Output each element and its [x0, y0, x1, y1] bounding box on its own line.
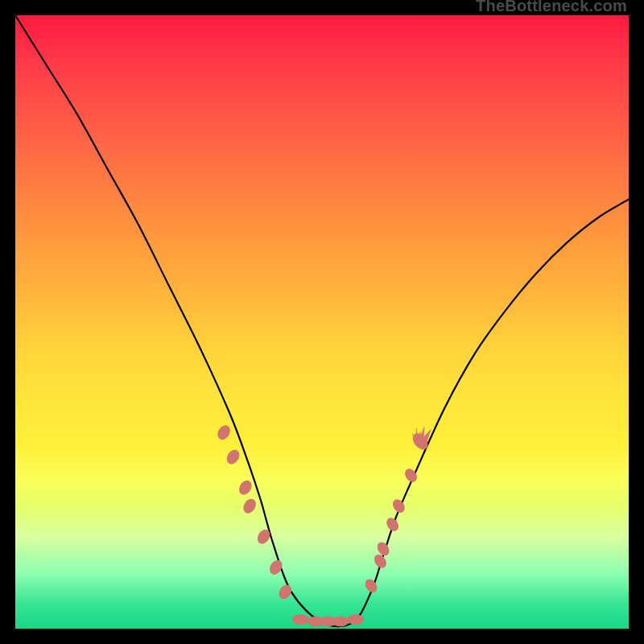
- svg-point-12: [363, 577, 379, 594]
- svg-point-0: [216, 423, 233, 441]
- svg-point-5: [268, 559, 285, 576]
- svg-point-6: [277, 583, 294, 601]
- chart-overlay: [15, 15, 629, 629]
- bottleneck-curve: [15, 15, 629, 626]
- watermark-text: TheBottleneck.com: [476, 0, 627, 15]
- svg-point-10: [332, 617, 349, 626]
- curve-markers-left: [216, 423, 294, 601]
- curve-markers-flat: [292, 615, 364, 626]
- svg-point-2: [237, 479, 254, 497]
- svg-point-16: [391, 497, 407, 514]
- svg-point-7: [292, 615, 308, 625]
- svg-point-15: [385, 516, 401, 533]
- svg-point-1: [225, 448, 242, 466]
- svg-point-3: [242, 497, 258, 515]
- chart-frame: TheBottleneck.com: [15, 15, 629, 629]
- svg-point-11: [348, 615, 364, 625]
- curve-flame-decoration: [411, 427, 431, 452]
